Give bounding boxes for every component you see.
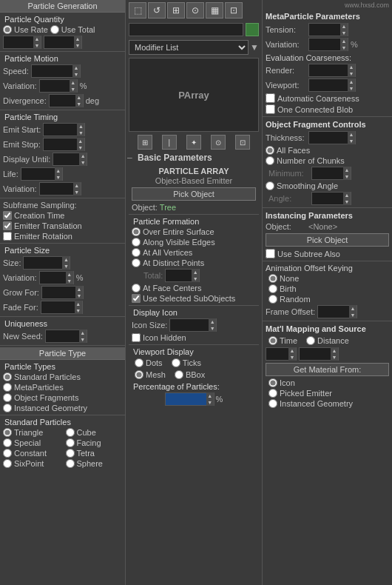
- number-of-chunks-radio[interactable]: [266, 156, 274, 165]
- modifier-list-select[interactable]: Modifier List: [129, 40, 249, 55]
- grow-for-spinner[interactable]: 0 ▲▼: [41, 286, 84, 299]
- ang-up[interactable]: ▲: [343, 192, 351, 198]
- triangle-radio[interactable]: [3, 428, 12, 437]
- fade-for-spinner[interactable]: 0 ▲▼: [41, 301, 83, 314]
- divergence-input[interactable]: 10,0: [50, 95, 75, 107]
- pct-up[interactable]: ▲: [206, 392, 214, 399]
- toolbar-btn-5[interactable]: ▦: [206, 2, 223, 19]
- frame-offset-input[interactable]: 0: [318, 305, 349, 318]
- at-all-vertices-radio[interactable]: [132, 248, 141, 257]
- pick-object2-button[interactable]: Pick Object: [266, 233, 389, 247]
- min-down[interactable]: ▼: [343, 173, 351, 180]
- sz-up[interactable]: ▲: [62, 256, 70, 263]
- toolbar-btn-2[interactable]: ↺: [148, 2, 166, 19]
- vp-btn-3[interactable]: ✦: [186, 135, 201, 150]
- dist-value-spinner[interactable]: 2,54m ▲▼: [299, 347, 339, 361]
- frame-offset-spinner[interactable]: 0 ▲▼: [317, 305, 357, 318]
- instanced-geo-radio[interactable]: [268, 399, 277, 408]
- one-connected-blob-check[interactable]: [266, 104, 275, 114]
- is-up[interactable]: ▲: [209, 318, 216, 325]
- distance-radio[interactable]: [306, 336, 315, 345]
- basic-params-expand-icon[interactable]: –: [127, 153, 136, 163]
- lf-down[interactable]: ▼: [55, 174, 62, 181]
- use-total-radio[interactable]: [50, 25, 59, 34]
- grow-for-input[interactable]: 0: [42, 287, 75, 298]
- bbox-radio[interactable]: [175, 370, 183, 379]
- percentage-input[interactable]: 100,0: [166, 393, 206, 405]
- percentage-spinner[interactable]: 100,0 ▲▼: [165, 392, 214, 406]
- thickness-input[interactable]: 0,025m: [309, 131, 348, 144]
- automatic-coarseness-check[interactable]: [266, 93, 275, 103]
- vp-down[interactable]: ▼: [348, 85, 355, 92]
- dv-up[interactable]: ▲: [331, 347, 338, 354]
- size-variation-spinner[interactable]: 1,14 ▲▼: [39, 271, 74, 284]
- cube-radio[interactable]: [66, 428, 75, 437]
- toolbar-btn-1[interactable]: ⬚: [129, 2, 146, 19]
- speed-spinner[interactable]: 0,0m ▲▼: [31, 64, 81, 78]
- tot-up[interactable]: ▲: [192, 269, 199, 275]
- variation-spinner[interactable]: 0,0 ▲▼: [39, 79, 78, 93]
- is-down[interactable]: ▼: [209, 325, 216, 332]
- smoothing-angle-radio[interactable]: [266, 181, 274, 190]
- standard-particles-radio[interactable]: [3, 372, 12, 381]
- thickness-spinner[interactable]: 0,025m ▲▼: [308, 131, 356, 144]
- minimum-input[interactable]: 100: [312, 167, 343, 180]
- tension-input[interactable]: 1,0: [309, 23, 340, 36]
- at-distinct-points-radio[interactable]: [132, 258, 141, 267]
- lf-up[interactable]: ▲: [55, 167, 62, 174]
- speed-down[interactable]: ▼: [72, 71, 80, 78]
- new-seed-spinner[interactable]: 12345 ▲▼: [45, 330, 87, 343]
- birth-radio[interactable]: [268, 284, 277, 293]
- ten-up[interactable]: ▲: [340, 23, 348, 30]
- size-spinner[interactable]: 0,022m ▲▼: [23, 256, 70, 270]
- gf-up[interactable]: ▲: [75, 286, 83, 292]
- vp-btn-2[interactable]: |: [162, 135, 177, 150]
- sto-up[interactable]: ▲: [77, 138, 84, 144]
- creation-time-check[interactable]: [3, 211, 12, 220]
- size-input[interactable]: 0,022m: [24, 257, 62, 269]
- sixpoint-radio[interactable]: [3, 459, 12, 468]
- ten-down[interactable]: ▼: [340, 30, 348, 36]
- dist-value-input[interactable]: 2,54m: [300, 347, 331, 361]
- vp-btn-5[interactable]: ⊡: [235, 135, 250, 150]
- rv-down[interactable]: ▼: [340, 44, 348, 51]
- rate-input[interactable]: 11000: [4, 36, 33, 48]
- new-seed-input[interactable]: 12345: [46, 330, 79, 342]
- es-up[interactable]: ▲: [77, 123, 84, 130]
- vp-btn-1[interactable]: ⊞: [138, 135, 152, 150]
- var-down[interactable]: ▼: [70, 86, 77, 93]
- tv2-down[interactable]: ▼: [288, 354, 296, 361]
- total-input[interactable]: 812: [44, 36, 74, 48]
- at-face-centers-radio[interactable]: [132, 284, 141, 292]
- parray-name-input[interactable]: PArray01: [129, 23, 243, 36]
- life-input[interactable]: 31: [21, 168, 55, 180]
- rate-spinner[interactable]: 11000 ▲ ▼: [3, 36, 41, 49]
- timing-variation-spinner[interactable]: 0 ▲▼: [39, 182, 81, 195]
- display-until-spinner[interactable]: 100 ▲▼: [53, 153, 87, 166]
- viewport-input[interactable]: 2,587m: [309, 78, 348, 92]
- ticks-radio[interactable]: [172, 358, 180, 367]
- object-fragments-radio[interactable]: [3, 393, 12, 402]
- du-down[interactable]: ▼: [79, 159, 87, 166]
- toolbar-btn-3[interactable]: ⊞: [167, 2, 185, 19]
- use-subtree-check[interactable]: [266, 249, 275, 258]
- div-up[interactable]: ▲: [75, 94, 83, 101]
- rate-down-arrow[interactable]: ▼: [33, 42, 41, 49]
- speed-input[interactable]: 0,0m: [32, 65, 72, 77]
- pick-object-button[interactable]: Pick Object: [132, 187, 256, 201]
- emit-stop-input[interactable]: 30: [44, 138, 77, 150]
- total-spinner-mid[interactable]: 20 ▲▼: [165, 269, 200, 282]
- ren-up[interactable]: ▲: [348, 64, 355, 70]
- icon-size-spinner[interactable]: 1,201m ▲▼: [169, 318, 217, 332]
- sto-down[interactable]: ▼: [77, 144, 84, 151]
- modifier-list-arrow[interactable]: ▼: [250, 42, 259, 53]
- rate-up-arrow[interactable]: ▲: [33, 36, 41, 42]
- time-value-input[interactable]: 30: [266, 347, 288, 361]
- emit-stop-spinner[interactable]: 30 ▲▼: [43, 138, 85, 151]
- toolbar-btn-4[interactable]: ⊙: [186, 2, 204, 19]
- emit-start-spinner[interactable]: -30 ▲▼: [43, 123, 85, 136]
- use-rate-radio[interactable]: [3, 25, 12, 34]
- render-spinner[interactable]: 0,017m ▲▼: [308, 64, 356, 77]
- du-up[interactable]: ▲: [79, 153, 87, 159]
- time-value-spinner[interactable]: 30 ▲▼: [266, 347, 297, 361]
